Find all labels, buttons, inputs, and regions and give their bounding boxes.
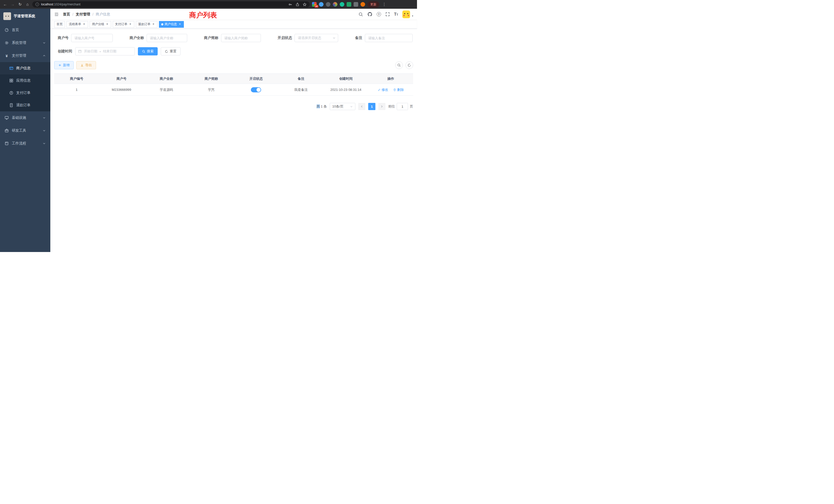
chevron-down-icon: [43, 129, 46, 132]
sidebar-item-devtools[interactable]: 研发工具: [0, 124, 50, 137]
delete-link[interactable]: 删除: [393, 88, 404, 92]
fullscreen-icon[interactable]: [386, 12, 390, 17]
sidebar-item-workflow[interactable]: 工作流程: [0, 137, 50, 150]
close-icon[interactable]: ×: [83, 23, 86, 26]
browser-update-button[interactable]: 更新: [368, 1, 379, 8]
prev-page-button[interactable]: [358, 103, 366, 110]
github-icon[interactable]: [368, 12, 372, 17]
edit-link[interactable]: 修改: [378, 88, 388, 92]
reset-button[interactable]: 重置: [161, 47, 180, 55]
docs-help-icon[interactable]: ?: [377, 12, 381, 17]
tab-pay-order[interactable]: 支付订单 ×: [113, 21, 134, 28]
reset-button-label: 重置: [170, 49, 176, 54]
sidebar-item-merchant-info[interactable]: 商户信息: [0, 62, 50, 74]
add-button-label: 新增: [63, 63, 70, 68]
goto-page-input[interactable]: [397, 103, 408, 110]
extensions-puzzle-icon[interactable]: [354, 2, 358, 7]
tab-home[interactable]: 首页: [54, 21, 65, 28]
extension-drop-icon[interactable]: [319, 2, 324, 7]
search-button[interactable]: 搜索: [138, 47, 158, 55]
cell-merchant-name: 芋道源码: [144, 84, 189, 96]
forward-icon[interactable]: →: [10, 0, 15, 9]
filter-row-1: 商户号 商户全称 商户简称 开启状态 请选择开启状态 备注: [58, 34, 413, 42]
status-select[interactable]: 请选择开启状态: [294, 34, 338, 42]
sidebar-item-payment[interactable]: ¥ 支付管理: [0, 49, 50, 62]
sidebar-item-label: 支付订单: [16, 91, 30, 95]
page-size-select[interactable]: 10条/页: [330, 103, 355, 110]
close-icon[interactable]: ×: [152, 23, 155, 26]
add-button[interactable]: 新增: [54, 61, 74, 69]
date-start-placeholder: 开始日期: [84, 49, 97, 54]
font-size-icon[interactable]: TT: [394, 12, 398, 17]
goto-unit-label: 页: [410, 104, 413, 109]
tab-merchant-info[interactable]: 商户信息 ×: [159, 21, 184, 28]
extension-sidebar-icon[interactable]: 10: [312, 2, 316, 7]
next-page-button[interactable]: [378, 103, 386, 110]
close-icon[interactable]: ×: [129, 23, 132, 26]
create-time-range-picker[interactable]: 开始日期 - 结束日期: [75, 47, 135, 55]
extension-avatar-icon[interactable]: [333, 2, 337, 7]
chevron-down-icon: [332, 37, 336, 40]
filter-row-2: 创建时间 开始日期 - 结束日期 搜索 重置: [58, 47, 413, 55]
sidebar: 芋道管理系统 首页 系统管理 ¥ 支付管理 商户信息 应用信息 支付订单 退款订…: [0, 9, 50, 252]
app-logo[interactable]: 芋道管理系统: [0, 9, 50, 24]
sidebar-item-refund-order[interactable]: 退款订单: [0, 99, 50, 111]
close-icon[interactable]: ×: [106, 23, 109, 26]
cell-merchant-no: M233666999: [99, 84, 144, 96]
sidebar-item-app-info[interactable]: 应用信息: [0, 74, 50, 87]
pagination: 共 1 条 10条/页 1 前往 页: [54, 103, 413, 110]
toggle-search-button[interactable]: [395, 61, 403, 69]
extension-check-icon[interactable]: [340, 2, 344, 7]
browser-profile-avatar[interactable]: [360, 2, 365, 7]
breadcrumb-home[interactable]: 首页: [63, 12, 70, 17]
date-separator: -: [100, 49, 101, 53]
table-row: 1 M233666999 芋道源码 芋艿 我是备注 2021-10-23 08:…: [54, 84, 413, 96]
status-toggle[interactable]: [251, 87, 261, 92]
page-number-button[interactable]: 1: [368, 103, 375, 110]
header-search-icon[interactable]: [358, 12, 363, 17]
sidebar-item-system[interactable]: 系统管理: [0, 37, 50, 49]
bookmark-star-icon[interactable]: [303, 3, 307, 6]
sidebar-item-infra[interactable]: 基础设施: [0, 111, 50, 124]
user-avatar[interactable]: [402, 10, 410, 18]
page-annotation: 商户列表: [189, 10, 217, 20]
sidebar-fold-icon[interactable]: [54, 12, 59, 17]
key-icon[interactable]: [288, 3, 292, 6]
tab-process-form[interactable]: 流程表单 ×: [66, 21, 88, 28]
tab-label: 支付订单: [115, 22, 127, 26]
site-info-icon[interactable]: i: [36, 3, 39, 6]
search-icon: [397, 63, 401, 67]
export-button[interactable]: 导出: [76, 61, 96, 69]
chevron-up-icon: [43, 54, 46, 57]
plus-icon: [58, 64, 61, 67]
goto-label: 前往: [388, 104, 395, 109]
url-host: localhost: [41, 3, 53, 6]
reload-icon[interactable]: ↻: [18, 0, 23, 9]
status-label: 开启状态: [278, 36, 292, 40]
tab-label: 首页: [57, 22, 63, 26]
url-text: localhost:1024/pay/merchant: [41, 3, 80, 6]
merchant-name-input[interactable]: [147, 34, 187, 42]
sidebar-item-pay-order[interactable]: 支付订单: [0, 87, 50, 99]
address-bar[interactable]: i localhost:1024/pay/merchant: [32, 1, 310, 7]
back-icon[interactable]: ←: [3, 0, 8, 9]
extension-notes-icon[interactable]: [347, 2, 351, 7]
breadcrumb-separator: /: [72, 12, 73, 17]
remark-input[interactable]: [365, 34, 413, 42]
breadcrumb-payment[interactable]: 支付管理: [76, 12, 90, 17]
close-icon[interactable]: ×: [178, 23, 181, 26]
tab-refund-order[interactable]: 退款订单 ×: [136, 21, 157, 28]
extension-dark-icon[interactable]: [326, 2, 330, 7]
payment-submenu: 商户信息 应用信息 支付订单 退款订单: [0, 62, 50, 111]
browser-menu-icon[interactable]: ⋮: [381, 2, 387, 7]
avatar-caret-icon[interactable]: ▾: [412, 15, 413, 18]
col-merchant-no: 商户号: [99, 74, 144, 84]
merchant-no-input[interactable]: [71, 34, 113, 42]
merchant-short-input[interactable]: [221, 34, 261, 42]
refresh-icon: [408, 63, 411, 67]
tab-user-group[interactable]: 用户分组 ×: [90, 21, 111, 28]
share-icon[interactable]: [295, 3, 300, 6]
sidebar-item-home[interactable]: 首页: [0, 24, 50, 37]
home-icon[interactable]: ⌂: [25, 0, 30, 9]
refresh-table-button[interactable]: [405, 61, 413, 69]
